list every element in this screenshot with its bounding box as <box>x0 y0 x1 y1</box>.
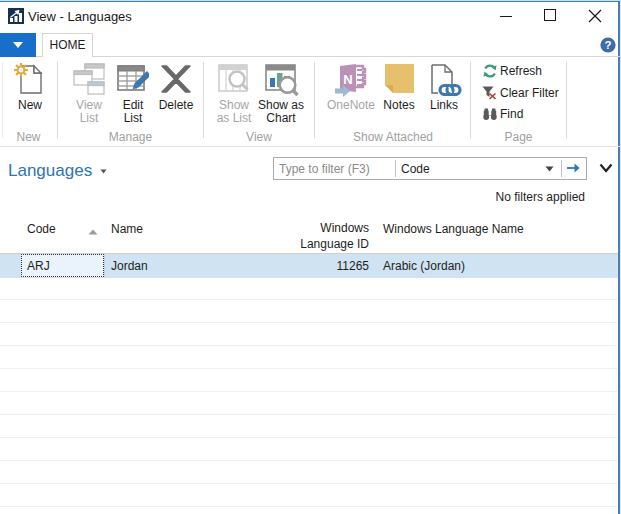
svg-text:?: ? <box>604 39 611 51</box>
svg-text:N: N <box>343 72 352 87</box>
